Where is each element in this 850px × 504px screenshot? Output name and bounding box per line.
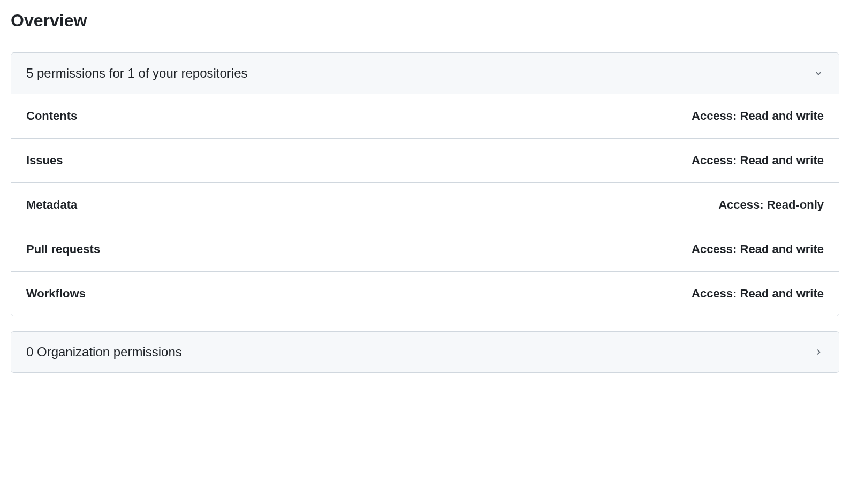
permission-access: Access: Read and write xyxy=(692,287,824,301)
repository-permissions-header-text: 5 permissions for 1 of your repositories xyxy=(26,66,248,81)
permission-name: Metadata xyxy=(26,198,77,212)
permission-access: Access: Read and write xyxy=(692,154,824,167)
permission-row: Issues Access: Read and write xyxy=(11,139,839,183)
repository-permissions-panel: 5 permissions for 1 of your repositories… xyxy=(11,52,839,316)
permissions-list: Contents Access: Read and write Issues A… xyxy=(11,94,839,316)
permission-row: Pull requests Access: Read and write xyxy=(11,227,839,272)
permission-access: Access: Read and write xyxy=(692,109,824,123)
permission-row: Metadata Access: Read-only xyxy=(11,183,839,227)
permission-name: Contents xyxy=(26,109,77,123)
organization-permissions-panel: 0 Organization permissions xyxy=(11,331,839,373)
permission-name: Workflows xyxy=(26,287,86,301)
title-divider xyxy=(11,37,839,37)
permission-name: Issues xyxy=(26,154,63,167)
chevron-down-icon xyxy=(813,68,824,79)
permission-row: Workflows Access: Read and write xyxy=(11,272,839,316)
permission-access: Access: Read-only xyxy=(718,198,824,212)
permission-name: Pull requests xyxy=(26,242,100,256)
organization-permissions-header[interactable]: 0 Organization permissions xyxy=(11,332,839,372)
repository-permissions-header[interactable]: 5 permissions for 1 of your repositories xyxy=(11,53,839,94)
organization-permissions-header-text: 0 Organization permissions xyxy=(26,345,182,360)
chevron-right-icon xyxy=(813,347,824,357)
page-title: Overview xyxy=(11,11,839,37)
permission-row: Contents Access: Read and write xyxy=(11,94,839,139)
permission-access: Access: Read and write xyxy=(692,242,824,256)
